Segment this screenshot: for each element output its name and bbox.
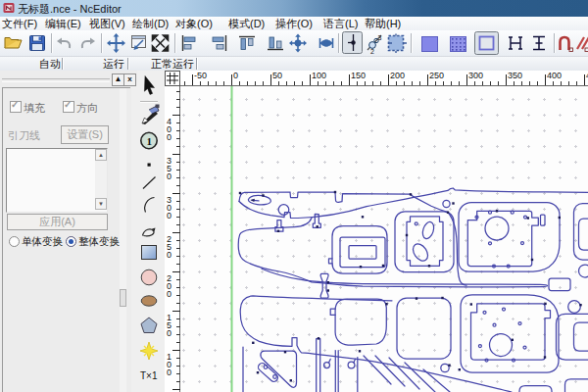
svg-text:0: 0 bbox=[167, 289, 172, 299]
svg-text:0: 0 bbox=[167, 211, 172, 220]
svg-text:0: 0 bbox=[167, 132, 172, 142]
svg-text:0: 0 bbox=[167, 328, 172, 338]
svg-text:350: 350 bbox=[508, 71, 522, 80]
svg-text:0: 0 bbox=[167, 172, 172, 181]
svg-text:3: 3 bbox=[378, 34, 382, 41]
svg-text:T×1: T×1 bbox=[140, 370, 158, 381]
svg-text:0: 0 bbox=[167, 250, 172, 260]
svg-text:-50: -50 bbox=[194, 71, 207, 80]
svg-text:400: 400 bbox=[547, 71, 562, 80]
svg-text:50: 50 bbox=[272, 71, 282, 80]
svg-text:0: 0 bbox=[167, 368, 172, 377]
svg-text:150: 150 bbox=[351, 71, 366, 80]
svg-text:250: 250 bbox=[429, 71, 444, 80]
svg-text:0: 0 bbox=[233, 71, 238, 80]
svg-text:100: 100 bbox=[312, 71, 326, 80]
svg-text:2: 2 bbox=[370, 48, 374, 55]
svg-text:200: 200 bbox=[390, 71, 405, 80]
svg-text:300: 300 bbox=[468, 71, 483, 80]
svg-text:1: 1 bbox=[147, 135, 153, 147]
